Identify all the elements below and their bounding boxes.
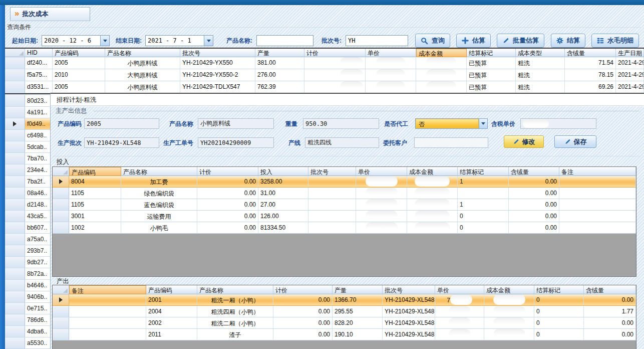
- cell-hid[interactable]: 7ba2f..: [25, 176, 53, 187]
- batch-cost-row[interactable]: a5530..: [5, 337, 53, 349]
- column-header[interactable]: 批次号: [180, 49, 255, 57]
- cell-unit-price[interactable]: [356, 222, 407, 233]
- cell-unit-price[interactable]: [435, 317, 484, 328]
- cell-note[interactable]: [69, 329, 146, 340]
- cell-down-content[interactable]: 1.77: [584, 306, 636, 317]
- column-header[interactable]: 投入: [258, 167, 308, 176]
- column-header[interactable]: 计价: [197, 167, 258, 176]
- outsourced-combo[interactable]: 否: [415, 118, 488, 129]
- batch-cost-row[interactable]: 80d23..: [5, 95, 53, 107]
- cell-pricing[interactable]: 0.00: [273, 294, 333, 305]
- cell-cost-amount[interactable]: [407, 176, 458, 187]
- row-selector-cell[interactable]: [5, 222, 25, 233]
- cell-product-code[interactable]: 2002: [146, 317, 197, 328]
- cell-product-code[interactable]: 1105: [69, 199, 121, 210]
- cell-production-date[interactable]: 2021-4-29: [616, 81, 644, 93]
- cell-down-content[interactable]: 0.00: [509, 222, 559, 233]
- cell-output-qty[interactable]: 828.20: [333, 317, 383, 328]
- weight-field[interactable]: [303, 118, 379, 129]
- cell-cost-amount[interactable]: [416, 69, 467, 81]
- cell-settle-mark[interactable]: 0: [534, 306, 584, 317]
- row-selector-cell[interactable]: [53, 306, 69, 317]
- column-header[interactable]: 结算标记: [458, 167, 509, 176]
- column-header[interactable]: 产品编码: [146, 285, 197, 294]
- cell-note[interactable]: [69, 306, 146, 317]
- row-selector-cell[interactable]: [53, 199, 69, 210]
- product-name-field[interactable]: [198, 118, 274, 129]
- batch-cost-row[interactable]: 43ca5..: [5, 211, 53, 222]
- cell-cost-amount[interactable]: [484, 329, 534, 340]
- cell-note[interactable]: [559, 199, 636, 210]
- cell-down-content[interactable]: 0.00: [584, 317, 636, 328]
- cell-batch-no[interactable]: [308, 222, 356, 233]
- taxed-price-field[interactable]: [520, 118, 596, 129]
- row-selector-cell[interactable]: [5, 257, 25, 268]
- row-selector-cell[interactable]: [5, 164, 25, 176]
- cell-settle-mark[interactable]: 已预算: [467, 57, 516, 69]
- cell-settle-mark[interactable]: 1: [458, 176, 509, 187]
- output-row[interactable]: 2002粗洗二厢（小鸭）0.00828.20YH-210429-XL54800.…: [53, 317, 636, 329]
- cell-cost-amount[interactable]: [407, 199, 458, 210]
- cell-hid[interactable]: 293b7..: [25, 245, 53, 256]
- cell-output-qty[interactable]: 762.39: [255, 81, 304, 93]
- cell-input-qty[interactable]: 126.00: [258, 211, 308, 222]
- batch-cost-row[interactable]: d2148..: [5, 199, 53, 211]
- cell-output-qty[interactable]: 276.00: [255, 69, 304, 81]
- row-selector-cell[interactable]: [53, 317, 69, 328]
- cell-product-name[interactable]: 粗洗二厢（小鸭）: [197, 317, 273, 328]
- cell-unit-price[interactable]: [366, 57, 416, 69]
- production-batch-field[interactable]: [84, 137, 159, 148]
- batch-estimate-button[interactable]: 批量估算: [497, 34, 544, 48]
- batch-cost-row[interactable]: 5dcab..: [5, 141, 53, 153]
- cell-hid[interactable]: df240...: [25, 57, 53, 69]
- cell-product-name[interactable]: 加工费: [121, 176, 197, 187]
- batch-cost-row[interactable]: 4a191..: [5, 107, 53, 118]
- batch-cost-row[interactable]: f5a75...2010大鸭原料绒YH-210429-YX550-2276.00…: [5, 69, 644, 81]
- cell-hid[interactable]: 43ca5..: [25, 211, 53, 222]
- batch-cost-row[interactable]: 9406b..: [5, 291, 53, 303]
- cell-input-qty[interactable]: 27.00: [258, 199, 308, 210]
- column-header[interactable]: 单价: [435, 285, 484, 294]
- batch-cost-row[interactable]: 08a46..: [5, 188, 53, 199]
- settle-button[interactable]: 结算: [551, 34, 585, 48]
- cell-settle-mark[interactable]: 0: [458, 222, 509, 233]
- row-selector-cell[interactable]: [5, 245, 25, 256]
- column-header[interactable]: 单价: [366, 49, 416, 57]
- cell-batch-no[interactable]: YH-210429-TDLX547: [180, 81, 255, 93]
- cell-batch-no[interactable]: [308, 211, 356, 222]
- cell-cost-type[interactable]: 粗洗: [516, 57, 565, 69]
- batch-cost-row[interactable]: a75a0..: [5, 234, 53, 245]
- cell-product-name[interactable]: 小鸭原料绒: [105, 57, 180, 69]
- row-selector-cell[interactable]: [5, 268, 25, 279]
- input-row[interactable]: 3001运输费用0.00126.0000.00: [53, 211, 636, 222]
- cell-unit-price[interactable]: [435, 306, 484, 317]
- row-selector-cell[interactable]: [5, 176, 25, 187]
- column-header[interactable]: 产品编码: [53, 49, 105, 57]
- cell-pricing[interactable]: 0.00: [273, 317, 333, 328]
- batch-cost-row[interactable]: 7ba70..: [5, 153, 53, 164]
- column-header[interactable]: 计价: [273, 285, 333, 294]
- dropdown-arrow-icon[interactable]: [479, 119, 487, 128]
- client-field[interactable]: [414, 137, 488, 148]
- row-selector-cell[interactable]: [5, 234, 25, 245]
- cell-input-qty[interactable]: 31.00: [258, 188, 308, 199]
- cell-batch-no[interactable]: YH-210429-XL548: [383, 294, 435, 305]
- cell-batch-no[interactable]: YH-210429-YX550-2: [180, 69, 255, 81]
- cell-product-name[interactable]: 小鸭毛: [121, 222, 197, 233]
- input-row[interactable]: 8004加工费0.003258.0010.00: [53, 176, 636, 188]
- cell-product-name[interactable]: 小鸭原料绒: [105, 81, 180, 93]
- cell-output-qty[interactable]: 381.00: [255, 57, 304, 69]
- cell-hid[interactable]: b4646..: [25, 280, 53, 291]
- cell-hid[interactable]: 7ba70..: [25, 153, 53, 164]
- cell-unit-price[interactable]: [356, 211, 407, 222]
- row-selector-cell[interactable]: [53, 294, 69, 305]
- start-date-picker[interactable]: [42, 35, 110, 46]
- row-selector-cell[interactable]: [5, 57, 25, 69]
- batch-cost-row[interactable]: 9db27..: [5, 257, 53, 268]
- cell-note[interactable]: [559, 222, 636, 233]
- cell-unit-price[interactable]: [366, 81, 416, 93]
- cell-batch-no[interactable]: [308, 176, 356, 187]
- end-date-input[interactable]: [146, 36, 204, 46]
- row-selector-cell[interactable]: [53, 222, 69, 233]
- water-down-detail-button[interactable]: 水毛明细: [591, 34, 639, 48]
